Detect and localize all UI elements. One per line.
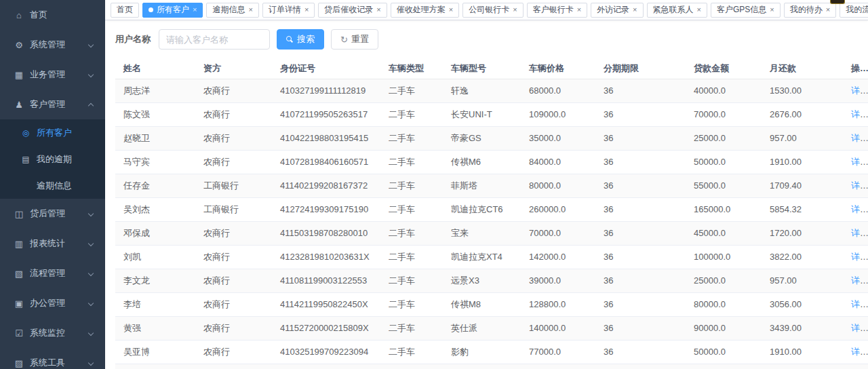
detail-link[interactable]: 详情 — [851, 275, 868, 286]
detail-link[interactable]: 详情 — [851, 347, 868, 357]
cell-funder: 工商银行 — [195, 174, 272, 197]
sidebar-item-label: 流程管理 — [30, 267, 65, 279]
tab[interactable]: 首页 × — [111, 3, 139, 18]
table-row: 任存金 工商银行 411402199208167372 二手车 菲斯塔 8000… — [115, 174, 868, 197]
cell-term: 36 — [595, 126, 686, 150]
search-button-label: 搜索 — [297, 33, 315, 45]
detail-link[interactable]: 详情 — [851, 180, 868, 191]
tab[interactable]: 紧急联系人 × — [647, 3, 707, 18]
cell-vehicle-type: 二手车 — [380, 79, 443, 102]
tab[interactable]: 我的待办 × — [784, 3, 836, 18]
user-avatar[interactable] — [830, 0, 845, 4]
sidebar: 首页 系统管理 业务管理 客户管理 — [0, 0, 105, 369]
close-icon[interactable]: × — [449, 6, 453, 14]
cell-funder: 农商行 — [195, 245, 272, 269]
sidebar-item[interactable]: 我的逾期 — [0, 146, 105, 172]
cell-term — [595, 364, 686, 369]
close-icon[interactable]: × — [304, 6, 309, 14]
sidebar-menu: 首页 系统管理 业务管理 客户管理 — [0, 0, 105, 369]
cell-vehicle-model: 帝豪GS — [443, 126, 521, 150]
tab[interactable]: 外访记录 × — [591, 3, 643, 18]
cell-loan-amount: 45000.0 — [686, 221, 762, 245]
sidebar-item[interactable]: 客户管理 — [0, 90, 105, 119]
detail-link[interactable]: 详情 — [851, 228, 868, 238]
col-vehicle-price: 车辆价格 — [521, 58, 595, 79]
cell-name: 吴刘杰 — [115, 197, 195, 221]
tab[interactable]: 客户GPS信息 × — [711, 3, 781, 18]
detail-link[interactable]: 详情 — [851, 299, 868, 309]
cell-vehicle-type: 二手车 — [380, 245, 443, 269]
cell-id-number — [272, 364, 380, 369]
col-vehicle-model: 车辆型号 — [443, 58, 521, 79]
customer-icon — [20, 128, 31, 138]
tab[interactable]: 逾期信息 × — [206, 3, 258, 18]
tab-label: 客户GPS信息 — [717, 4, 766, 16]
detail-link[interactable]: 详情 — [851, 85, 868, 96]
sidebar-item-label: 系统工具 — [30, 357, 65, 369]
cell-name: 任存金 — [115, 174, 195, 197]
detail-link[interactable]: 详情 — [851, 133, 868, 143]
cell-name: 李培 — [115, 292, 195, 316]
cell-loan-amount: 40000.0 — [686, 79, 762, 102]
close-icon[interactable]: × — [376, 6, 380, 14]
sidebar-item[interactable]: 所有客户 — [0, 119, 105, 146]
cell-vehicle-price: 77000.0 — [521, 340, 595, 364]
sidebar-item-label: 系统管理 — [30, 39, 65, 51]
cell-name: 马守宾 — [115, 150, 195, 174]
sidebar-item[interactable]: 贷后管理 — [0, 199, 105, 229]
cell-vehicle-price: 142000.0 — [521, 245, 595, 269]
search-icon — [286, 36, 294, 43]
sidebar-item[interactable]: 报表统计 — [0, 229, 105, 258]
cell-name: 邓保成 — [115, 221, 195, 245]
tab[interactable]: 催收处理方案 × — [391, 3, 459, 18]
tags-view-bar: 首页 × 所有客户 × 逾期信息 × 订单详情 — [105, 0, 868, 20]
app-window: 首页 系统管理 业务管理 客户管理 — [0, 0, 868, 369]
tab[interactable]: 我的流程 × — [840, 3, 868, 18]
cell-term: 36 — [595, 79, 686, 102]
customer-name-input[interactable] — [159, 29, 270, 50]
sidebar-item[interactable]: 系统管理 — [0, 30, 105, 60]
cell-loan-amount: 80000.0 — [686, 292, 762, 316]
cell-vehicle-type: 二手车 — [380, 126, 443, 150]
cell-monthly-payment: 3822.00 — [762, 245, 843, 269]
detail-link[interactable]: 详情 — [851, 109, 868, 119]
sidebar-item[interactable]: 系统监控 — [0, 318, 105, 348]
detail-link[interactable]: 详情 — [851, 323, 868, 333]
table-row: 赵晓卫 农商行 410422198803195415 二手车 帝豪GS 3500… — [115, 126, 868, 150]
cell-vehicle-price: 109000.0 — [521, 102, 595, 126]
close-icon[interactable]: × — [826, 6, 830, 14]
sidebar-item[interactable]: 首页 — [0, 0, 105, 30]
tab[interactable]: 贷后催收记录 × — [318, 3, 387, 18]
tab-label: 外访记录 — [597, 4, 629, 16]
tab[interactable]: 公司银行卡 × — [462, 3, 523, 18]
detail-link[interactable]: 详情 — [851, 252, 868, 262]
close-icon[interactable]: × — [193, 6, 197, 14]
tab[interactable]: 所有客户 × — [142, 3, 203, 18]
cell-monthly-payment: 3056.00 — [762, 292, 843, 316]
tab-label: 我的流程 — [846, 4, 868, 16]
close-icon[interactable]: × — [770, 6, 774, 14]
sidebar-item-label: 系统监控 — [30, 327, 65, 339]
detail-link[interactable]: 详情 — [851, 157, 868, 167]
close-icon[interactable]: × — [697, 6, 701, 14]
close-icon[interactable]: × — [513, 6, 517, 14]
search-button[interactable]: 搜索 — [277, 29, 324, 50]
sidebar-item-label: 业务管理 — [30, 69, 65, 81]
cell-name: 李文龙 — [115, 269, 195, 292]
sidebar-item[interactable]: 流程管理 — [0, 258, 105, 288]
sidebar-item[interactable]: 业务管理 — [0, 60, 105, 90]
sidebar-item[interactable]: 办公管理 — [0, 288, 105, 318]
cell-vehicle-model: 宝来 — [443, 221, 521, 245]
tab-label: 贷后催收记录 — [324, 4, 373, 16]
close-icon[interactable]: × — [577, 6, 581, 14]
tab[interactable]: 订单详情 × — [262, 3, 315, 18]
sidebar-item[interactable]: 系统工具 — [0, 348, 105, 369]
active-dot-icon — [149, 7, 153, 12]
close-icon[interactable]: × — [633, 6, 637, 14]
close-icon[interactable]: × — [248, 6, 252, 14]
reset-button[interactable]: ↻ 重置 — [331, 29, 378, 50]
tab-label: 所有客户 — [157, 4, 189, 16]
sidebar-item[interactable]: 逾期信息 — [0, 172, 105, 199]
tab[interactable]: 客户银行卡 × — [527, 3, 587, 18]
detail-link[interactable]: 详情 — [851, 204, 868, 214]
